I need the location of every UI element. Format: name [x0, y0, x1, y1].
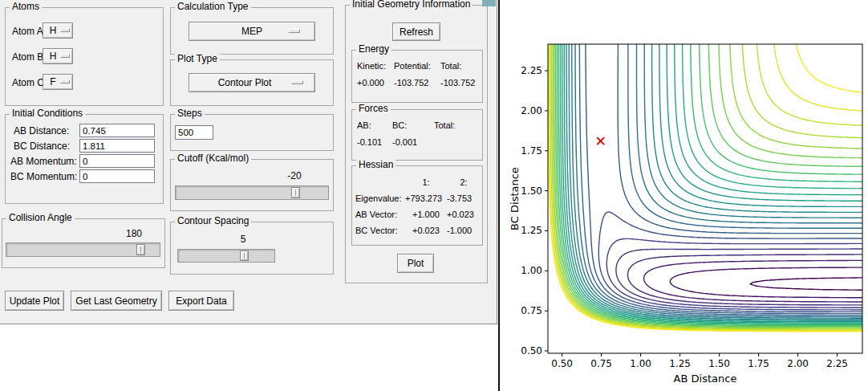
dropdown-indicator-icon — [60, 79, 70, 83]
svg-text:2.25: 2.25 — [521, 65, 542, 76]
energy-header-total: Total: — [440, 61, 482, 71]
refresh-button[interactable]: Refresh — [392, 22, 440, 41]
calculation-type-title: Calculation Type — [175, 1, 251, 13]
forces-title: Forces — [356, 103, 391, 115]
hessian-bc-vector-label: BC Vector: — [355, 226, 405, 235]
plot-type-title: Plot Type — [175, 53, 220, 65]
atoms-group-title: Atoms — [10, 1, 42, 13]
energy-header-kinetic: Kinetic: — [357, 61, 394, 71]
hessian-ab-vector-1: +1.000 — [405, 210, 447, 219]
atom-b-dropdown[interactable]: H — [43, 48, 73, 64]
bc-momentum-input[interactable] — [79, 169, 155, 183]
collision-angle-slider-handle[interactable] — [136, 244, 145, 255]
energy-group: Energy Kinetic: Potential: Total: +0.000… — [351, 50, 483, 103]
hessian-ab-vector-label: AB Vector: — [355, 210, 405, 219]
hessian-ab-vector-2: +0.023 — [447, 210, 481, 219]
contour-plot: 0.500.751.001.251.501.752.002.250.500.75… — [505, 0, 868, 391]
y-axis-label: BC Distance — [509, 167, 521, 230]
atom-a-value: H — [50, 25, 57, 36]
ab-momentum-input[interactable] — [79, 154, 155, 168]
collision-angle-title: Collision Angle — [6, 212, 75, 224]
forces-total-value — [434, 137, 482, 147]
hessian-bc-vector-2: -1.000 — [447, 226, 481, 235]
hessian-eigenvalue-label: Eigenvalue: — [355, 193, 405, 203]
atoms-group: Atoms Atom A: H Atom B: H Atom C: F — [5, 7, 164, 106]
calculation-type-value: MEP — [241, 26, 262, 37]
hessian-eigenvalue-1: +793.273 — [405, 193, 447, 203]
initial-geometry-info-group: Initial Geometry Information Refresh Ene… — [345, 5, 488, 283]
dropdown-indicator-icon — [291, 80, 303, 84]
hessian-col-1: 1: — [405, 177, 447, 187]
atom-a-dropdown[interactable]: H — [43, 22, 73, 39]
svg-text:2.25: 2.25 — [826, 358, 848, 369]
svg-text:1.25: 1.25 — [521, 225, 542, 236]
cutoff-slider[interactable] — [175, 185, 329, 200]
energy-title: Energy — [356, 43, 391, 55]
ab-distance-label: AB Distance: — [14, 125, 69, 136]
contour-spacing-group: Contour Spacing 5 — [170, 222, 334, 275]
background-window-fragment — [482, 0, 496, 6]
plot-button[interactable]: Plot — [397, 254, 434, 273]
steps-group: Steps — [170, 114, 334, 151]
bc-distance-input[interactable] — [79, 139, 155, 153]
plot-type-dropdown[interactable]: Contour Plot — [189, 73, 315, 92]
hessian-bc-vector-1: +0.023 — [405, 226, 447, 235]
hessian-group: Hessian 1: 2: Eigenvalue: +793.273 -3.75… — [351, 165, 483, 246]
calculation-type-dropdown[interactable]: MEP — [189, 22, 315, 41]
atom-b-label: Atom B: — [12, 51, 47, 63]
contour-spacing-slider[interactable] — [177, 249, 275, 263]
initial-geometry-info-title: Initial Geometry Information — [350, 0, 473, 10]
forces-ab-value: -0.101 — [357, 137, 392, 147]
calculation-type-group: Calculation Type MEP — [170, 7, 334, 55]
svg-text:0.75: 0.75 — [521, 305, 542, 316]
svg-text:1.00: 1.00 — [630, 358, 651, 369]
svg-text:1.50: 1.50 — [708, 358, 730, 369]
svg-text:1.50: 1.50 — [521, 185, 542, 197]
forces-group: Forces AB: BC: Total: -0.101 -0.001 — [351, 109, 483, 161]
atom-b-value: H — [50, 51, 57, 62]
svg-text:0.50: 0.50 — [551, 358, 573, 369]
steps-input[interactable] — [175, 125, 213, 140]
atom-a-label: Atom A: — [12, 26, 46, 37]
svg-text:1.00: 1.00 — [521, 265, 542, 276]
ab-distance-input[interactable] — [79, 124, 155, 137]
cutoff-slider-handle[interactable] — [291, 187, 300, 198]
svg-text:2.00: 2.00 — [787, 358, 809, 369]
svg-text:2.00: 2.00 — [521, 105, 542, 116]
collision-angle-value: 180 — [105, 228, 142, 239]
atom-c-value: F — [50, 76, 55, 88]
cutoff-value: -20 — [278, 170, 310, 181]
energy-header-potential: Potential: — [394, 61, 440, 71]
initial-conditions-group: Initial Conditions AB Distance: BC Dista… — [5, 114, 164, 204]
svg-text:0.75: 0.75 — [590, 358, 612, 369]
bc-distance-label: BC Distance: — [14, 141, 70, 152]
export-data-button[interactable]: Export Data — [168, 291, 234, 311]
plot-pane: 0.500.751.001.251.501.752.002.250.500.75… — [501, 0, 868, 391]
hessian-col-2: 2: — [447, 177, 481, 187]
svg-text:1.25: 1.25 — [669, 358, 691, 369]
dropdown-indicator-icon — [288, 29, 300, 33]
plot-type-group: Plot Type Contour Plot — [170, 59, 334, 106]
contour-spacing-value: 5 — [235, 234, 251, 245]
svg-text:0.50: 0.50 — [521, 345, 542, 356]
collision-angle-group: Collision Angle 180 — [2, 218, 165, 268]
atom-c-label: Atom C: — [12, 77, 47, 88]
energy-potential-value: -103.752 — [394, 78, 440, 88]
svg-text:1.75: 1.75 — [748, 358, 769, 369]
atom-c-dropdown[interactable]: F — [43, 74, 73, 90]
initial-conditions-title: Initial Conditions — [10, 108, 85, 120]
hessian-eigenvalue-2: -3.753 — [447, 193, 481, 203]
collision-angle-slider[interactable] — [6, 242, 160, 257]
get-last-geometry-button[interactable]: Get Last Geometry — [71, 291, 162, 311]
steps-title: Steps — [175, 108, 205, 120]
dropdown-indicator-icon — [60, 28, 70, 32]
energy-kinetic-value: +0.000 — [357, 78, 394, 88]
window-edge-divider — [498, 0, 500, 391]
forces-header-bc: BC: — [392, 120, 434, 130]
cutoff-title: Cutoff (Kcal/mol) — [175, 153, 251, 165]
contour-spacing-slider-handle[interactable] — [240, 250, 249, 261]
hessian-title: Hessian — [356, 159, 395, 171]
update-plot-button[interactable]: Update Plot — [5, 291, 64, 311]
cutoff-group: Cutoff (Kcal/mol) -20 — [170, 159, 334, 211]
energy-total-value: -103.752 — [440, 78, 482, 88]
